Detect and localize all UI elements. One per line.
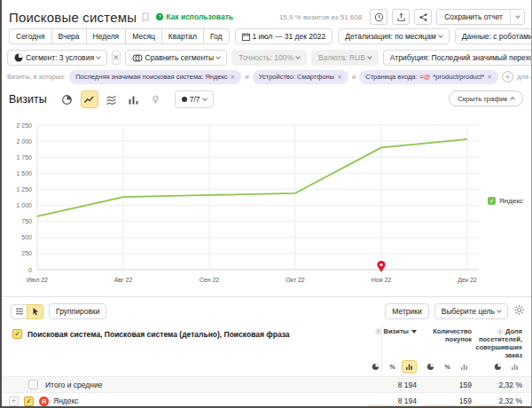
legend-checkbox[interactable]	[488, 197, 496, 205]
groupings-button[interactable]: Группировки	[49, 303, 106, 319]
chart-type-map-button[interactable]	[147, 90, 165, 108]
add-visit-condition-button[interactable]	[502, 71, 513, 82]
hide-chart-button[interactable]: Скрыть график	[449, 90, 523, 106]
mode-bars-button[interactable]	[402, 360, 417, 373]
how-to-use-link[interactable]: Как использовать	[156, 12, 233, 21]
help-dot-icon	[156, 13, 163, 20]
svg-text:0: 0	[28, 267, 32, 273]
preset-today[interactable]: Сегодня	[9, 28, 52, 44]
svg-text:2 000: 2 000	[16, 138, 32, 145]
bar-chart-icon	[128, 94, 139, 106]
svg-text:1 750: 1 750	[16, 154, 32, 161]
chart-type-bar-button[interactable]	[125, 90, 143, 108]
bookmark-icon[interactable]	[142, 10, 149, 26]
detailing-dropdown[interactable]: Детализация: по месяцам	[338, 28, 450, 44]
accuracy-dropdown[interactable]: Точность: 100%	[231, 50, 307, 66]
chart-type-line-button[interactable]	[81, 90, 98, 108]
page-title: Поисковые системы	[9, 10, 137, 25]
chip-close-icon[interactable]: ✕	[337, 74, 342, 81]
filter-chip-entry-page[interactable]: Страница входа: =@ *product/product* ✕	[359, 70, 498, 84]
metrics-button[interactable]: Метрики	[385, 303, 428, 319]
svg-text:500: 500	[21, 234, 32, 240]
chart-type-area-button[interactable]	[103, 90, 121, 108]
export-button[interactable]	[392, 9, 410, 25]
column-header-share[interactable]: Доля посетителей, совершивших заказ	[469, 327, 522, 359]
series-dot-icon	[182, 97, 187, 102]
column-header-visits[interactable]: Визиты	[375, 327, 417, 335]
yandex-visits-value: 8 194	[398, 396, 417, 405]
yandex-favicon	[39, 396, 49, 406]
choose-goal-dropdown[interactable]: Выберите цель	[434, 303, 508, 319]
segment-dropdown[interactable]: Сегмент: 3 условия	[7, 50, 107, 66]
bars-icon	[511, 363, 519, 371]
visits-display-modes: %	[368, 360, 417, 373]
chip-close-icon[interactable]: ✕	[487, 74, 492, 81]
filter-prefix: Визиты, в которых:	[7, 73, 66, 81]
preset-yesterday[interactable]: Вчера	[51, 28, 87, 44]
row-checkbox[interactable]	[24, 396, 34, 406]
legend-item-yandex[interactable]: Яндекс	[488, 197, 523, 205]
date-range-button[interactable]: 1 июл — 31 дек 2022	[235, 28, 333, 44]
save-report-button[interactable]: Сохранить отчет	[437, 10, 510, 24]
pie-icon	[494, 363, 502, 371]
table-divider	[0, 296, 532, 297]
data-mode-dropdown[interactable]: Данные: с роботами	[455, 28, 532, 44]
bars-icon	[460, 363, 468, 371]
row-checkbox[interactable]	[28, 380, 38, 389]
chip-close-icon[interactable]: ✕	[231, 74, 236, 81]
table-toolbar: Группировки Метрики Выберите цель	[11, 302, 525, 320]
settings-gear-icon[interactable]	[513, 303, 525, 319]
mode-percent-button[interactable]: %	[385, 360, 400, 373]
mode-bars-button[interactable]	[507, 360, 522, 373]
preset-year[interactable]: Год	[203, 28, 230, 44]
purchases-display-modes: %	[423, 360, 472, 373]
share-icon	[419, 12, 428, 22]
svg-text:1 500: 1 500	[16, 170, 32, 177]
chart-type-pie-button[interactable]	[59, 90, 76, 108]
select-all-checkbox[interactable]	[12, 329, 22, 339]
view-tree-toggle[interactable]	[27, 304, 43, 319]
currency-dropdown[interactable]: Валюта: RUB	[311, 50, 379, 66]
map-pin-icon	[150, 94, 161, 106]
series-count-dropdown[interactable]: 7/7	[175, 90, 214, 108]
svg-text:250: 250	[21, 250, 32, 256]
and-connector: и	[352, 73, 356, 81]
svg-text:Дек 22: Дек 22	[458, 277, 477, 284]
share-display-modes	[490, 360, 522, 373]
cursor-icon	[31, 307, 40, 316]
totals-purchases-value: 159	[459, 381, 472, 389]
info-icon[interactable]	[375, 328, 382, 335]
mode-percent-button[interactable]: %	[440, 360, 455, 373]
filter-chip-device[interactable]: Устройство: Смартфоны ✕	[253, 70, 348, 84]
save-report-dropdown[interactable]	[510, 10, 524, 24]
column-header-purchases[interactable]: Количество покупок	[429, 327, 472, 343]
attribution-dropdown[interactable]: Атрибуция: Последний значимый переход КД	[383, 50, 532, 66]
table-row-totals: Итого и средние 8 194 159 2,32 %	[0, 376, 532, 393]
info-icon[interactable]	[497, 328, 504, 335]
history-button[interactable]	[370, 9, 387, 25]
compare-icon	[132, 54, 143, 62]
segment-bar: Сегмент: 3 условия Сравнить сегменты Точ…	[7, 50, 527, 66]
expand-row-button[interactable]	[9, 396, 19, 406]
visits-share-stat: 15,9 % визитов из 51 608	[279, 13, 362, 21]
filter-chip-search-system[interactable]: Последняя значимая поисковая система: Ян…	[69, 70, 241, 84]
totals-share-value: 2,32 %	[499, 381, 522, 389]
svg-text:Июл 22: Июл 22	[27, 277, 48, 283]
svg-text:2 250: 2 250	[16, 122, 32, 129]
share-button[interactable]	[414, 9, 432, 25]
view-list-toggle[interactable]	[11, 304, 27, 319]
compare-segments-dropdown[interactable]: Сравнить сегменты	[125, 50, 228, 66]
preset-quarter[interactable]: Квартал	[161, 28, 204, 44]
mode-pie-button[interactable]	[490, 360, 505, 373]
mode-bars-button[interactable]	[457, 360, 472, 373]
preset-week[interactable]: Неделя	[86, 28, 127, 44]
mode-pie-button[interactable]	[423, 360, 438, 373]
svg-text:Окт 22: Окт 22	[286, 277, 305, 283]
svg-text:Сен 22: Сен 22	[200, 277, 220, 283]
preset-month[interactable]: Месяц	[125, 28, 162, 44]
segment-pie-icon	[14, 53, 23, 62]
people-filter-label: для людей, у которых	[517, 73, 532, 81]
pie-chart-icon	[61, 94, 73, 106]
mode-pie-button[interactable]	[368, 360, 383, 373]
clear-segment-button[interactable]	[112, 51, 121, 65]
